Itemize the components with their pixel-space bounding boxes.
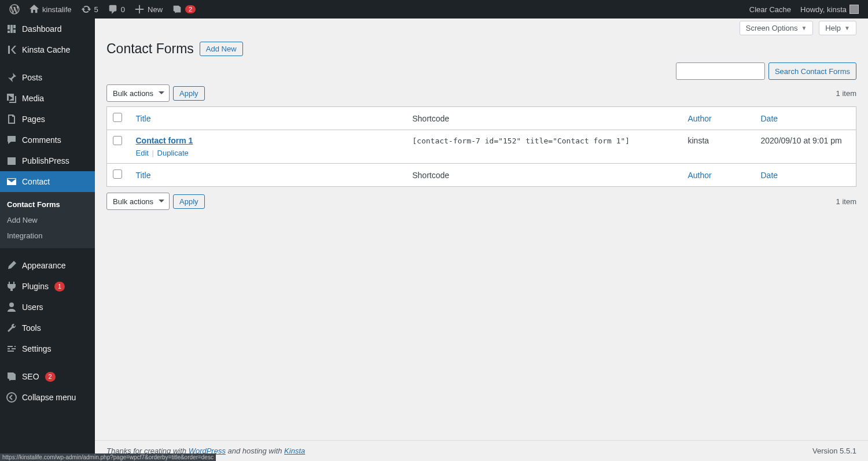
pages-icon xyxy=(6,113,17,125)
yoast-icon xyxy=(172,4,182,14)
menu-dashboard[interactable]: Dashboard xyxy=(0,19,95,39)
brush-icon xyxy=(6,260,17,271)
wrench-icon xyxy=(6,322,17,334)
row-duplicate-link[interactable]: Duplicate xyxy=(157,149,189,157)
row-title-link[interactable]: Contact form 1 xyxy=(136,136,193,145)
version-text: Version 5.5.1 xyxy=(812,447,856,455)
comments-icon xyxy=(6,134,17,146)
clear-cache-link[interactable]: Clear Cache xyxy=(745,0,796,19)
admin-bar: kinstalife 5 0 New 2 Clear Cache Howdy, … xyxy=(0,0,868,19)
add-new-button[interactable]: Add New xyxy=(200,42,243,56)
search-button[interactable]: Search Contact Forms xyxy=(768,62,856,80)
item-count-top: 1 item xyxy=(836,89,856,98)
col-title-foot[interactable]: Title xyxy=(130,164,407,187)
home-icon xyxy=(29,4,39,14)
calendar-icon xyxy=(6,155,17,167)
select-all-bottom[interactable] xyxy=(113,169,122,179)
wordpress-icon xyxy=(9,4,20,14)
help-tab[interactable]: Help▼ xyxy=(819,21,856,35)
collapse-icon xyxy=(6,392,17,403)
plugins-badge: 1 xyxy=(54,282,65,292)
select-all-top[interactable] xyxy=(113,113,122,122)
apply-button-top[interactable]: Apply xyxy=(173,86,205,101)
comment-icon xyxy=(108,4,118,14)
page-title: Contact Forms xyxy=(106,41,194,57)
status-bar-url: https://kinstalife.com/wp-admin/admin.ph… xyxy=(0,453,216,461)
menu-plugins[interactable]: Plugins 1 xyxy=(0,276,95,297)
yoast-badge: 2 xyxy=(185,5,196,13)
col-title[interactable]: Title xyxy=(130,107,407,130)
site-name: kinstalife xyxy=(42,5,72,14)
new-link[interactable]: New xyxy=(130,0,167,19)
bulk-actions-select-top[interactable]: Bulk actions xyxy=(106,84,170,102)
kinsta-icon xyxy=(6,44,17,56)
menu-kinsta-cache[interactable]: Kinsta Cache xyxy=(0,39,95,60)
submenu-contact: Contact Forms Add New Integration xyxy=(0,192,95,248)
avatar xyxy=(849,5,859,14)
menu-media[interactable]: Media xyxy=(0,88,95,109)
menu-pages[interactable]: Pages xyxy=(0,109,95,130)
media-icon xyxy=(6,93,17,104)
chevron-down-icon: ▼ xyxy=(801,25,807,31)
wp-logo[interactable] xyxy=(5,0,24,19)
yoast-seo-icon xyxy=(6,371,17,382)
pin-icon xyxy=(6,72,17,83)
menu-comments[interactable]: Comments xyxy=(0,130,95,150)
chevron-down-icon: ▼ xyxy=(844,25,850,31)
menu-publishpress[interactable]: PublishPress xyxy=(0,150,95,171)
item-count-bottom: 1 item xyxy=(836,197,856,206)
forms-table: Title Shortcode Author Date Contact form… xyxy=(106,106,856,187)
menu-appearance[interactable]: Appearance xyxy=(0,255,95,276)
submenu-integration[interactable]: Integration xyxy=(0,228,95,244)
sliders-icon xyxy=(6,343,17,355)
menu-seo[interactable]: SEO 2 xyxy=(0,366,95,387)
plug-icon xyxy=(6,281,17,292)
row-author: kinsta xyxy=(682,130,755,164)
kinsta-link[interactable]: Kinsta xyxy=(284,447,305,455)
howdy-link[interactable]: Howdy, kinsta xyxy=(796,0,863,19)
row-edit-link[interactable]: Edit xyxy=(136,149,149,157)
yoast-link[interactable]: 2 xyxy=(167,0,200,19)
table-row: Contact form 1 Edit | Duplicate [contact… xyxy=(107,130,856,164)
col-author[interactable]: Author xyxy=(682,107,755,130)
menu-users[interactable]: Users xyxy=(0,297,95,318)
col-author-foot[interactable]: Author xyxy=(682,164,755,187)
main-content: Screen Options▼ Help▼ Contact Forms Add … xyxy=(95,19,868,461)
site-link[interactable]: kinstalife xyxy=(24,0,76,19)
menu-posts[interactable]: Posts xyxy=(0,67,95,88)
admin-sidebar: Dashboard Kinsta Cache Posts Media Pages… xyxy=(0,19,95,461)
row-shortcode[interactable]: [contact-form-7 id="152" title="Contact … xyxy=(413,137,630,145)
apply-button-bottom[interactable]: Apply xyxy=(173,194,205,209)
submenu-contact-forms[interactable]: Contact Forms xyxy=(0,197,95,212)
menu-contact[interactable]: Contact xyxy=(0,171,95,192)
comments-count: 0 xyxy=(121,5,125,14)
menu-tools[interactable]: Tools xyxy=(0,318,95,338)
search-input[interactable] xyxy=(676,62,765,80)
comments-link[interactable]: 0 xyxy=(103,0,130,19)
bulk-actions-select-bottom[interactable]: Bulk actions xyxy=(106,193,170,210)
svg-point-0 xyxy=(7,393,16,402)
col-shortcode: Shortcode xyxy=(407,107,682,130)
envelope-icon xyxy=(6,176,17,187)
plus-icon xyxy=(134,4,145,14)
new-label: New xyxy=(148,5,163,14)
menu-collapse[interactable]: Collapse menu xyxy=(0,387,95,408)
screen-options-tab[interactable]: Screen Options▼ xyxy=(740,21,814,35)
update-icon xyxy=(81,4,91,14)
col-date-foot[interactable]: Date xyxy=(755,164,856,187)
howdy-text: Howdy, kinsta xyxy=(800,5,847,14)
updates-link[interactable]: 5 xyxy=(76,0,103,19)
menu-settings[interactable]: Settings xyxy=(0,338,95,359)
user-icon xyxy=(6,301,17,313)
seo-badge: 2 xyxy=(45,372,56,382)
col-date[interactable]: Date xyxy=(755,107,856,130)
dashboard-icon xyxy=(6,23,17,35)
row-checkbox[interactable] xyxy=(113,136,122,145)
submenu-add-new[interactable]: Add New xyxy=(0,212,95,228)
row-date: 2020/09/10 at 9:01 pm xyxy=(755,130,856,164)
updates-count: 5 xyxy=(94,5,98,14)
col-shortcode-foot: Shortcode xyxy=(407,164,682,187)
